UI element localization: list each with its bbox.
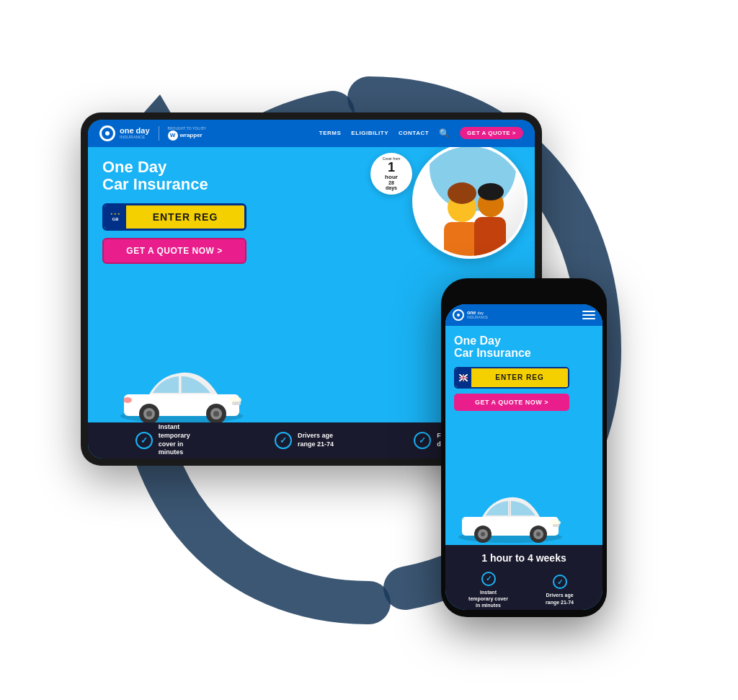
phone-footer-text-2: Drivers age range 21-74 <box>540 592 579 605</box>
footer-check-3: ✓ <box>414 432 431 449</box>
svg-point-27 <box>481 532 485 536</box>
tablet-car-image <box>110 362 254 422</box>
svg-point-7 <box>146 411 152 417</box>
svg-point-30 <box>536 532 541 536</box>
hamburger-line-1 <box>582 311 595 312</box>
flag-stars: ★★★ <box>110 212 121 216</box>
footer-text-1: Instant temporary cover in minutes <box>159 423 209 457</box>
nav-quote-button[interactable]: GET A QUOTE > <box>460 127 523 139</box>
phone-logo-text-block: one day INSURANCE <box>467 310 488 319</box>
footer-item-1: ✓ Instant temporary cover in minutes <box>135 423 209 457</box>
wrapper-logo: W wrapper <box>168 130 206 141</box>
tablet-nav: one day INSURANCE BROUGHT TO YOU BY W wr… <box>88 120 535 147</box>
phone-nav: one day INSURANCE <box>445 304 603 326</box>
footer-check-1: ✓ <box>135 432 153 449</box>
phone-hamburger-icon[interactable] <box>582 311 595 319</box>
logo-divider <box>159 126 159 141</box>
nav-eligibility[interactable]: ELIGIBILITY <box>351 130 388 136</box>
phone-screen: one day INSURANCE One Day Car Insurance <box>445 304 603 610</box>
phone-car-image <box>449 488 572 545</box>
logo-main-text: one day <box>120 127 150 135</box>
svg-rect-32 <box>553 524 559 527</box>
phone-logo-sub: INSURANCE <box>467 315 488 319</box>
phone-duration-bar: 1 hour to 4 weeks <box>445 545 603 571</box>
logo-tagline: BROUGHT TO YOU BY <box>168 126 206 130</box>
wrapper-w-icon: W <box>168 130 178 141</box>
svg-point-12 <box>123 397 132 403</box>
phone-notch <box>495 285 553 301</box>
svg-point-10 <box>213 411 219 417</box>
logo-dot <box>105 131 110 136</box>
phone-hero: One Day Car Insurance <box>445 326 603 545</box>
flag-gb-text: GB <box>112 217 119 221</box>
tablet-nav-links: TERMS ELIGIBILITY CONTACT 🔍 GET A QUOTE … <box>319 127 523 139</box>
hamburger-line-3 <box>582 318 595 319</box>
cover-days-label: days <box>386 185 397 190</box>
reg-placeholder-text: ENTER REG <box>126 205 244 229</box>
phone-hero-title: One Day Car Insurance <box>454 335 594 360</box>
search-icon[interactable]: 🔍 <box>439 128 450 138</box>
phone-logo-dot <box>457 314 460 316</box>
phone-flag-inner <box>459 374 468 381</box>
phone-reg-placeholder: ENTER REG <box>471 368 568 387</box>
tablet-hero-title: One Day Car Insurance <box>102 159 520 193</box>
footer-item-2: ✓ Drivers age range 21-74 <box>275 432 348 449</box>
phone-logo-circle <box>453 309 464 321</box>
phone-logo: one day INSURANCE <box>453 309 488 321</box>
svg-rect-18 <box>474 217 506 259</box>
svg-rect-13 <box>232 402 241 405</box>
wrapper-label: wrapper <box>180 132 203 138</box>
phone-footer-item-2: ✓ Drivers age range 21-74 <box>540 575 579 605</box>
phone-footer-item-1: ✓ Instant temporary cover in minutes <box>468 572 508 608</box>
cover-num: 1 <box>388 161 395 174</box>
main-scene: one day INSURANCE BROUGHT TO YOU BY W wr… <box>45 26 693 675</box>
phone-footer-check-2: ✓ <box>553 575 567 589</box>
reg-flag: ★★★ GB <box>105 205 126 229</box>
phone-reg-input[interactable]: ENTER REG <box>454 367 569 389</box>
phone-quote-button[interactable]: GET A QUOTE NOW > <box>454 394 569 411</box>
logo-text-block: one day INSURANCE <box>120 127 150 139</box>
tablet-logo: one day INSURANCE BROUGHT TO YOU BY W wr… <box>99 125 206 141</box>
phone-footer-text-1: Instant temporary cover in minutes <box>468 589 508 608</box>
logo-sub-text: INSURANCE <box>120 135 150 139</box>
phone-device: one day INSURANCE One Day Car Insurance <box>441 278 607 617</box>
tablet-quote-button[interactable]: GET A QUOTE NOW > <box>102 238 246 264</box>
logo-circle-icon <box>99 125 115 141</box>
phone-logo-main: one day <box>467 310 488 315</box>
nav-contact[interactable]: CONTACT <box>399 130 429 136</box>
cover-unit: hour <box>385 174 398 180</box>
tablet-reg-input[interactable]: ★★★ GB ENTER REG <box>102 203 246 231</box>
phone-footer: ✓ Instant temporary cover in minutes ✓ D… <box>445 571 603 610</box>
cover-days-text: 28 <box>388 180 394 185</box>
footer-check-2: ✓ <box>275 432 292 449</box>
nav-terms[interactable]: TERMS <box>319 130 342 136</box>
phone-reg-flag <box>455 368 471 387</box>
phone-footer-check-1: ✓ <box>481 572 496 586</box>
logo-tagline-block: BROUGHT TO YOU BY W wrapper <box>168 126 206 141</box>
footer-text-2: Drivers age range 21-74 <box>298 432 348 448</box>
cover-badge: Cover from 1 hour 28 days <box>370 153 412 195</box>
hamburger-line-2 <box>582 314 595 316</box>
